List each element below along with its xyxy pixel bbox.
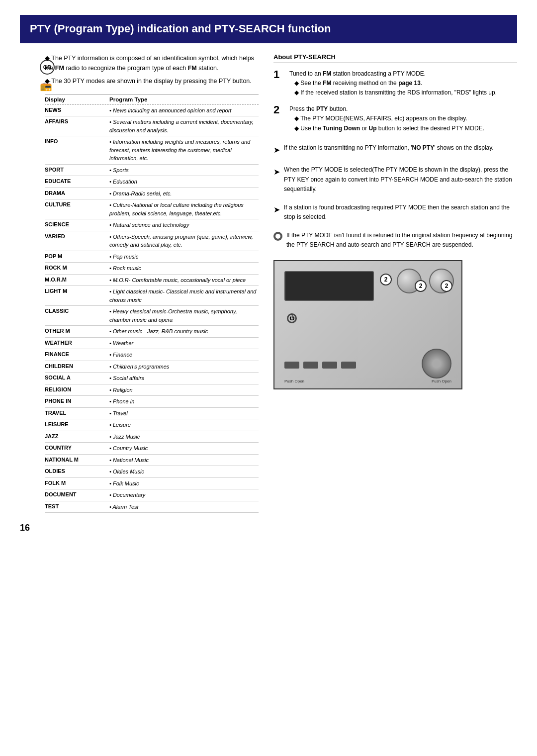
table-row: NEWS • News including an announced opini…: [45, 105, 259, 117]
display-label: EDUCATE: [45, 178, 109, 184]
table-row: CLASSIC • Heavy classical music-Orchestr…: [45, 306, 259, 326]
display-label: WEATHER: [45, 339, 109, 346]
program-text: • National Music: [109, 456, 259, 465]
table-row: FINANCE • Finance: [45, 349, 259, 361]
table-row: COUNTRY • Country Music: [45, 443, 259, 455]
col-program-header: Program Type: [109, 96, 259, 102]
program-text: • M.O.R- Comfortable music, occasionally…: [109, 276, 259, 284]
program-text: • Natural science and technology: [109, 221, 259, 229]
badge-2-center: 2: [415, 280, 427, 292]
step-2: 2 Press the PTY button. The PTY MODE(NEW…: [273, 104, 517, 133]
stereo-device-image: 2 2 2 ⏻ Push: [273, 260, 462, 389]
table-row: CHILDREN • Children's programmes: [45, 361, 259, 373]
step1-number: 1: [273, 69, 283, 80]
step1-note2: If the received station is transmitting …: [289, 88, 517, 97]
dot-icon: [273, 232, 282, 241]
display-label: OLDIES: [45, 468, 109, 474]
display-label: CLASSIC: [45, 307, 109, 314]
program-text: • Drama-Radio serial, etc.: [109, 189, 259, 198]
table-row: PHONE IN • Phone in: [45, 396, 259, 408]
step2-note1: The PTY MODE(NEWS, AFFAIRS, etc) appears…: [289, 114, 517, 123]
table-row: OLDIES • Oldies Music: [45, 466, 259, 478]
dot-note: If the PTY MODE isn't found it is retune…: [273, 229, 517, 252]
display-label: FINANCE: [45, 351, 109, 357]
program-text: • Leisure: [109, 421, 259, 429]
table-row: TEST • Alarm Test: [45, 501, 259, 513]
stereo-controls: [284, 362, 356, 369]
table-row: TRAVEL • Travel: [45, 408, 259, 420]
display-label: DOCUMENT: [45, 491, 109, 497]
display-label: LIGHT M: [45, 287, 109, 294]
arrow-icon-1: ➤: [273, 144, 280, 157]
program-text: • Folk Music: [109, 479, 259, 488]
table-row: POP M • Pop music: [45, 251, 259, 263]
display-label: TEST: [45, 503, 109, 509]
arrow-note-1: ➤ If the station is transmitting no PTY …: [273, 141, 517, 159]
arrow-icon-3: ➤: [273, 203, 280, 222]
table-row: DRAMA • Drama-Radio serial, etc.: [45, 188, 259, 200]
table-row: SOCIAL A • Social affairs: [45, 373, 259, 384]
display-label: SOCIAL A: [45, 374, 109, 380]
table-row: WEATHER • Weather: [45, 338, 259, 350]
display-label: OTHER M: [45, 327, 109, 334]
display-label: COUNTRY: [45, 444, 109, 451]
display-label: AFFAIRS: [45, 118, 109, 124]
display-label: INFO: [45, 138, 109, 144]
display-label: M.O.R.M: [45, 276, 109, 283]
program-text: • Religion: [109, 386, 259, 394]
step2-number: 2: [273, 104, 283, 115]
display-label: NATIONAL M: [45, 456, 109, 463]
step2-note2: Use the Tuning Down or Up button to sele…: [289, 124, 517, 133]
about-section: About PTY-SEARCH 1 Tuned to an FM statio…: [273, 53, 517, 389]
table-row: LEISURE • Leisure: [45, 419, 259, 431]
program-text: • Documentary: [109, 491, 259, 499]
stereo-btn-3: [322, 362, 337, 369]
arrow-note-3: ➤ If a station is found broadcasting req…: [273, 201, 517, 224]
table-row: NATIONAL M • National Music: [45, 455, 259, 467]
program-text: • Alarm Test: [109, 503, 259, 511]
table-row: INFO • Information including weights and…: [45, 136, 259, 165]
program-text: • Heavy classical music-Orchestra music,…: [109, 307, 259, 324]
display-label: LEISURE: [45, 421, 109, 427]
display-label: SPORT: [45, 166, 109, 173]
program-text: • Weather: [109, 339, 259, 348]
pty-table: Display Program Type NEWS • News includi…: [45, 94, 259, 513]
table-row: ROCK M • Rock music: [45, 263, 259, 275]
table-row: CULTURE • Culture-National or local cult…: [45, 199, 259, 219]
stereo-btn-1: [284, 362, 299, 369]
program-text: • Jazz Music: [109, 433, 259, 441]
table-row: OTHER M • Other music - Jazz, R&B countr…: [45, 326, 259, 338]
col-display-header: Display: [45, 96, 109, 102]
stereo-labels: Push Open Push Open: [284, 379, 451, 383]
table-row: JAZZ • Jazz Music: [45, 431, 259, 443]
program-text: • Rock music: [109, 264, 259, 273]
intro-line1: The PTY information is composed of an id…: [45, 53, 259, 73]
table-row: M.O.R.M • M.O.R- Comfortable music, occa…: [45, 275, 259, 286]
display-label: SCIENCE: [45, 221, 109, 227]
display-label: CULTURE: [45, 201, 109, 207]
page-title: PTY (Program Type) indication and PTY-SE…: [30, 22, 507, 36]
stereo-btn-4: [341, 362, 356, 369]
program-text: • Sports: [109, 166, 259, 175]
table-row: SPORT • Sports: [45, 165, 259, 177]
arrow-icon-2: ➤: [273, 166, 280, 194]
page-number: 16: [20, 523, 517, 533]
stereo-display: [284, 271, 374, 301]
step-1: 1 Tuned to an FM station broadcasting a …: [273, 69, 517, 98]
display-label: VARIED: [45, 233, 109, 239]
table-row: DOCUMENT • Documentary: [45, 489, 259, 501]
display-label: DRAMA: [45, 189, 109, 196]
program-text: • Phone in: [109, 397, 259, 406]
intro-text: The PTY information is composed of an id…: [45, 53, 259, 86]
program-text: • Other music - Jazz, R&B country music: [109, 327, 259, 336]
arrow-note-2: ➤ When the PTY MODE is selected(The PTY …: [273, 163, 517, 196]
table-row: LIGHT M • Light classical music- Classic…: [45, 286, 259, 306]
table-row: SCIENCE • Natural science and technology: [45, 219, 259, 231]
table-row: RELIGION • Religion: [45, 384, 259, 396]
display-label: ROCK M: [45, 264, 109, 271]
program-text: • Country Music: [109, 444, 259, 453]
display-label: POP M: [45, 253, 109, 259]
display-label: FOLK M: [45, 479, 109, 486]
program-text: • Culture-National or local culture incl…: [109, 201, 259, 217]
table-row: VARIED • Others-Speech, amusing program …: [45, 231, 259, 251]
